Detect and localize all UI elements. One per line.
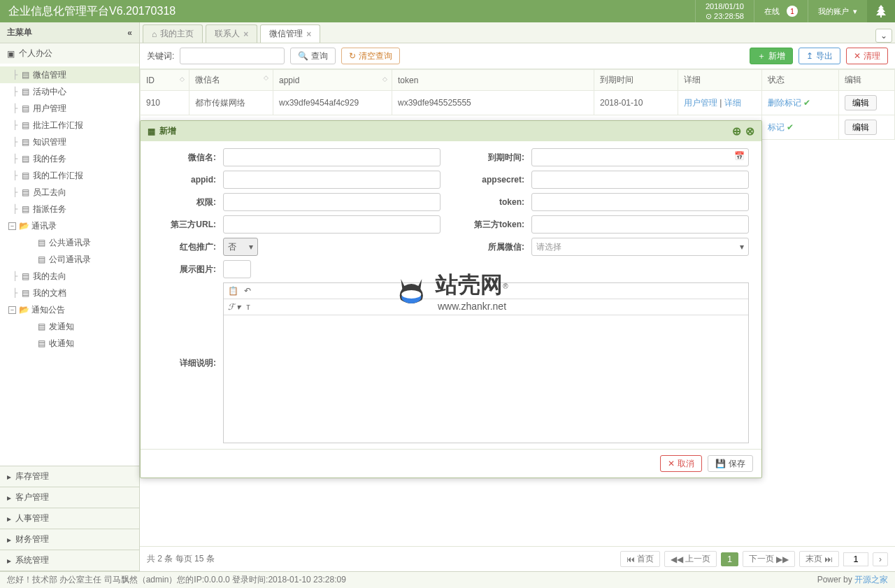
th-detail[interactable]: 详细 bbox=[678, 70, 762, 91]
mark-link[interactable]: 标记 bbox=[768, 122, 785, 132]
collapse-icon[interactable]: « bbox=[127, 28, 132, 38]
x-icon: ✕ bbox=[668, 459, 675, 468]
input-url3[interactable] bbox=[223, 215, 441, 234]
input-showimg[interactable] bbox=[223, 260, 251, 278]
accordion-inventory[interactable]: ▸库存管理 bbox=[0, 466, 139, 487]
accordion-system[interactable]: ▸系统管理 bbox=[0, 550, 139, 571]
header-date: 2018/01/10 bbox=[706, 1, 744, 11]
th-status[interactable]: 状态 bbox=[762, 70, 839, 91]
edit-button[interactable]: 编辑 bbox=[845, 120, 877, 135]
keyword-input[interactable] bbox=[180, 48, 285, 64]
tree-annotation-report[interactable]: ├▤批注工作汇报 bbox=[0, 117, 139, 134]
search-button[interactable]: 🔍查询 bbox=[290, 48, 336, 64]
input-token3[interactable] bbox=[531, 215, 749, 234]
tree-public-contacts[interactable]: ▤公共通讯录 bbox=[0, 234, 139, 251]
select-belong[interactable]: 请选择 bbox=[531, 238, 749, 256]
th-wxname[interactable]: 微信名◇ bbox=[189, 70, 273, 91]
tab-wechat-manage[interactable]: 微信管理× bbox=[260, 24, 320, 43]
cancel-button[interactable]: ✕取消 bbox=[660, 455, 702, 472]
online-count-badge: 1 bbox=[787, 6, 798, 17]
header-online[interactable]: 在线 1 bbox=[754, 0, 808, 22]
tree-announcement-group[interactable]: −📂通知公告 bbox=[0, 301, 139, 318]
t-icon[interactable]: т bbox=[246, 302, 250, 312]
input-expire[interactable] bbox=[531, 148, 749, 166]
input-appsecret[interactable] bbox=[531, 171, 749, 189]
header-time: ⊙ 23:28:58 bbox=[706, 11, 744, 21]
undo-icon[interactable]: ↶ bbox=[244, 286, 251, 296]
clean-button[interactable]: ✕清理 bbox=[846, 48, 888, 64]
current-page[interactable]: 1 bbox=[721, 552, 738, 566]
tree-activity[interactable]: ├▤活动中心 bbox=[0, 83, 139, 100]
th-token[interactable]: token bbox=[392, 70, 594, 91]
header-account[interactable]: 我的账户 ▾ bbox=[808, 0, 867, 22]
label-appid: appid: bbox=[153, 175, 216, 185]
file-icon: ▤ bbox=[20, 87, 30, 96]
delete-mark-link[interactable]: 删除标记 bbox=[768, 98, 801, 108]
app-header: 企业信息化管理平台V6.20170318 2018/01/10 ⊙ 23:28:… bbox=[0, 0, 895, 22]
tree-contacts-group[interactable]: −📂通讯录 bbox=[0, 217, 139, 234]
accordion-hr[interactable]: ▸人事管理 bbox=[0, 508, 139, 529]
tree-assign-task[interactable]: ├▤指派任务 bbox=[0, 201, 139, 217]
tree-my-task[interactable]: ├▤我的任务 bbox=[0, 150, 139, 167]
input-appid[interactable] bbox=[223, 171, 441, 189]
tab-home[interactable]: ⌂我的主页 bbox=[143, 24, 203, 43]
prev-page-button[interactable]: ◀◀上一页 bbox=[664, 551, 717, 567]
accordion-finance[interactable]: ▸财务管理 bbox=[0, 529, 139, 550]
sidebar: 主菜单 « ▣ 个人办公 ├▤微信管理 ├▤活动中心 ├▤用户管理 ├▤批注工作… bbox=[0, 22, 140, 571]
input-perm[interactable] bbox=[223, 193, 441, 211]
th-expire[interactable]: 到期时间 bbox=[594, 70, 678, 91]
last-page-button[interactable]: 末页⏭ bbox=[799, 551, 839, 567]
chevron-down-icon: ⌄ bbox=[880, 31, 887, 41]
label-url3: 第三方URL: bbox=[153, 219, 216, 231]
cell-token: wx39dfe945525555 bbox=[392, 91, 594, 115]
tree-my-docs[interactable]: ├▤我的文档 bbox=[0, 285, 139, 301]
tree-wechat-manage[interactable]: ├▤微信管理 bbox=[0, 66, 139, 83]
maximize-icon[interactable]: ⊕ bbox=[732, 124, 741, 138]
tabs-bar: ⌂我的主页 联系人× 微信管理× ⌄ bbox=[140, 22, 895, 43]
th-edit[interactable]: 编辑 bbox=[839, 70, 895, 91]
tree-my-report[interactable]: ├▤我的工作汇报 bbox=[0, 167, 139, 184]
paste-icon[interactable]: 📋 bbox=[228, 286, 238, 296]
first-page-button[interactable]: ⏮首页 bbox=[620, 551, 660, 567]
tree-knowledge[interactable]: ├▤知识管理 bbox=[0, 134, 139, 150]
calendar-icon[interactable]: 📅 bbox=[734, 151, 745, 161]
goto-page-input[interactable] bbox=[843, 552, 868, 566]
tree-staff-whereabouts[interactable]: ├▤员工去向 bbox=[0, 184, 139, 201]
tree-company-contacts[interactable]: ▤公司通讯录 bbox=[0, 251, 139, 268]
modal-header[interactable]: ▦ 新增 ⊕ ⊗ bbox=[141, 121, 761, 141]
accordion-personal-office[interactable]: ▣ 个人办公 bbox=[0, 43, 139, 64]
tree-my-whereabouts[interactable]: ├▤我的去向 bbox=[0, 268, 139, 285]
tree-receive-notice[interactable]: ▤收通知 bbox=[0, 335, 139, 352]
select-redpkg[interactable]: 否 bbox=[223, 238, 258, 256]
power-link[interactable]: 开源之家 bbox=[854, 575, 888, 585]
collapse-toggle-icon[interactable]: − bbox=[8, 222, 16, 230]
input-wxname[interactable] bbox=[223, 148, 441, 166]
font-icon[interactable]: ℱ ▾ bbox=[228, 302, 241, 312]
add-button[interactable]: ＋新增 bbox=[750, 48, 793, 64]
th-appid[interactable]: appid◇ bbox=[273, 70, 392, 91]
goto-button[interactable]: › bbox=[873, 552, 888, 566]
clear-search-button[interactable]: ↻清空查询 bbox=[341, 48, 400, 64]
tree-user-manage[interactable]: ├▤用户管理 bbox=[0, 100, 139, 117]
next-page-button[interactable]: 下一页▶▶ bbox=[743, 551, 795, 567]
tabs-dropdown[interactable]: ⌄ bbox=[875, 29, 892, 43]
sort-icon: ◇ bbox=[264, 74, 268, 81]
export-button[interactable]: ↥导出 bbox=[799, 48, 840, 64]
accordion-customer[interactable]: ▸客户管理 bbox=[0, 487, 139, 508]
sort-icon: ◇ bbox=[180, 76, 185, 83]
tree-icon bbox=[875, 4, 887, 18]
detail-link[interactable]: 详细 bbox=[724, 98, 741, 108]
rich-editor[interactable]: 📋 ↶ ℱ ▾ т bbox=[223, 282, 749, 443]
close-icon[interactable]: ⊗ bbox=[745, 124, 754, 138]
collapse-toggle-icon[interactable]: − bbox=[8, 306, 16, 314]
th-id[interactable]: ID◇ bbox=[141, 70, 189, 91]
close-icon[interactable]: × bbox=[306, 29, 311, 39]
tree-send-notice[interactable]: ▤发通知 bbox=[0, 318, 139, 335]
input-token[interactable] bbox=[531, 193, 749, 211]
header-tree-button[interactable] bbox=[867, 0, 895, 22]
save-button[interactable]: 💾保存 bbox=[708, 455, 753, 472]
edit-button[interactable]: 编辑 bbox=[845, 95, 877, 110]
close-icon[interactable]: × bbox=[243, 29, 248, 39]
user-manage-link[interactable]: 用户管理 bbox=[684, 98, 717, 108]
tab-contacts[interactable]: 联系人× bbox=[206, 24, 257, 43]
